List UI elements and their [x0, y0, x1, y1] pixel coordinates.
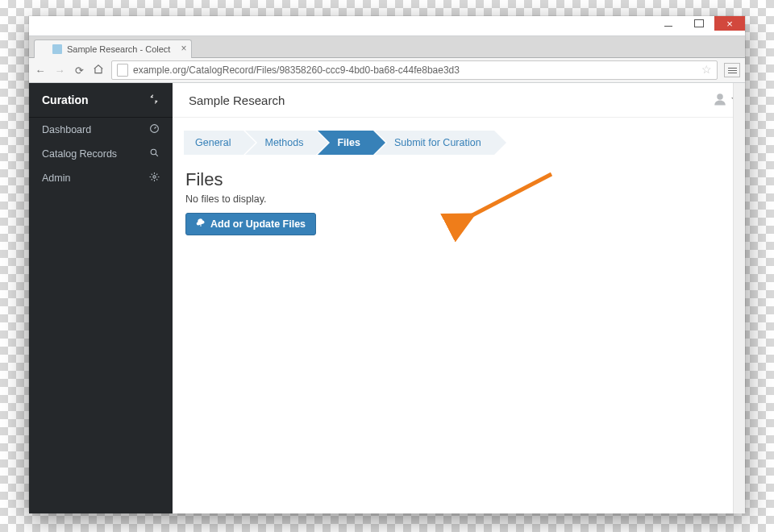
sidebar-nav: Curation Dashboard Catalog Records Admin: [29, 83, 173, 513]
cloud-upload-icon: [196, 218, 206, 231]
main-content: Sample Research General Methods Files Su…: [173, 83, 745, 513]
vertical-scrollbar[interactable]: [733, 83, 745, 513]
wizard-step-label: Methods: [264, 137, 303, 148]
tab-close-icon[interactable]: ×: [181, 43, 186, 54]
wizard-step-label: Files: [337, 137, 360, 148]
nav-reload-icon[interactable]: ⟳: [73, 64, 85, 77]
window-maximize-button[interactable]: [684, 16, 714, 31]
gauge-icon: [149, 123, 160, 136]
window-caption-bar: ×: [29, 16, 745, 36]
sidebar-item-catalog-records[interactable]: Catalog Records: [29, 142, 173, 166]
user-avatar-icon: [713, 92, 727, 106]
bookmark-star-icon[interactable]: ☆: [701, 63, 712, 76]
files-heading: Files: [185, 169, 732, 190]
svg-point-3: [717, 94, 723, 100]
browser-tab[interactable]: Sample Research - Colect ×: [34, 39, 192, 58]
page-title: Sample Research: [189, 94, 285, 107]
nav-back-icon[interactable]: ←: [34, 64, 47, 77]
browser-tab-title: Sample Research - Colect: [67, 44, 170, 54]
browser-menu-icon[interactable]: [724, 63, 740, 77]
sidebar-item-admin[interactable]: Admin: [29, 166, 173, 190]
svg-point-1: [151, 149, 156, 155]
window-close-button[interactable]: ×: [714, 16, 745, 31]
gear-icon: [149, 172, 160, 185]
wizard-step-submit[interactable]: Submit for Curation: [375, 131, 494, 155]
files-section: Files No files to display. Add or Update…: [173, 155, 745, 243]
favicon-icon: [52, 44, 62, 54]
user-menu[interactable]: [713, 92, 729, 108]
page-viewport: Curation Dashboard Catalog Records Admin: [29, 83, 745, 513]
browser-window: × Sample Research - Colect × ← → ⟳ examp…: [29, 16, 745, 511]
browser-tabstrip: Sample Research - Colect ×: [29, 36, 745, 58]
wizard-step-label: Submit for Curation: [394, 137, 481, 148]
sidebar-item-label: Catalog Records: [42, 148, 117, 160]
nav-forward-icon[interactable]: →: [53, 64, 66, 77]
wizard-step-general[interactable]: General: [184, 131, 243, 155]
sidebar-item-label: Admin: [42, 172, 70, 184]
page-header: Sample Research: [173, 83, 745, 118]
svg-point-2: [153, 176, 156, 178]
address-bar[interactable]: example.org/CatalogRecord/Files/98358260…: [111, 60, 718, 80]
sidebar-title: Curation: [42, 94, 89, 106]
add-or-update-files-button[interactable]: Add or Update Files: [185, 213, 316, 235]
add-files-button-label: Add or Update Files: [210, 218, 306, 230]
sidebar-item-label: Dashboard: [42, 124, 91, 135]
wizard-step-label: General: [195, 137, 231, 148]
files-empty-text: No files to display.: [185, 193, 732, 205]
page-icon: [117, 64, 128, 77]
url-text: example.org/CatalogRecord/Files/98358260…: [133, 64, 460, 76]
nav-home-icon[interactable]: [92, 64, 105, 77]
sidebar-toggle-icon[interactable]: [148, 94, 160, 107]
wizard-steps: General Methods Files Submit for Curatio…: [184, 131, 745, 155]
search-icon: [149, 148, 160, 160]
sidebar-item-dashboard[interactable]: Dashboard: [29, 118, 173, 142]
browser-toolbar: ← → ⟳ example.org/CatalogRecord/Files/98…: [29, 58, 745, 83]
window-minimize-button[interactable]: [653, 16, 684, 31]
sidebar-header: Curation: [29, 83, 173, 118]
